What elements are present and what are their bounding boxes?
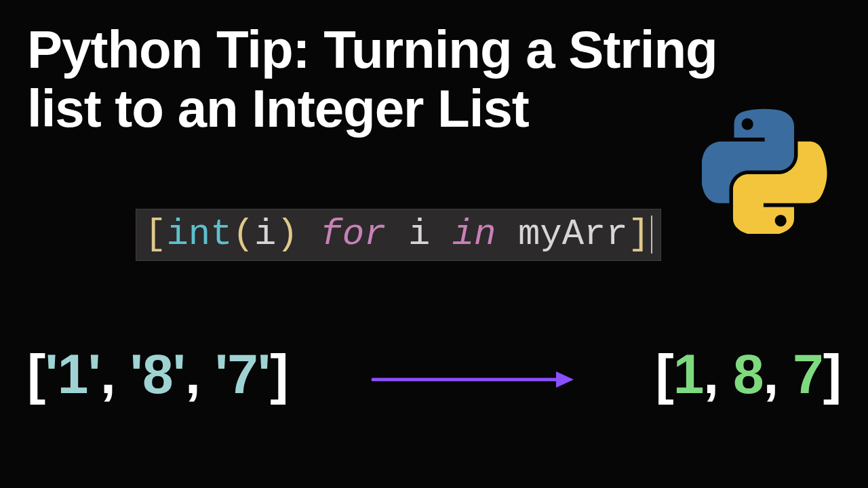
string-list: ['1', '8', '7'] <box>27 342 288 406</box>
code-ident-i: i <box>408 214 430 255</box>
int-value-1: 1 <box>673 343 704 405</box>
string-value-3: 7 <box>227 343 258 405</box>
code-close-bracket: ] <box>628 214 650 255</box>
string-value-1: 1 <box>58 343 88 405</box>
code-cursor <box>651 216 652 253</box>
transform-row: ['1', '8', '7'] [1, 8, 7] <box>27 342 841 406</box>
arrow-icon <box>350 342 594 406</box>
string-value-2: 8 <box>142 343 173 405</box>
code-arr: myArr <box>518 214 628 255</box>
code-kw-in: in <box>452 214 496 255</box>
code-rparen: ) <box>276 214 298 255</box>
code-arg-i: i <box>254 214 276 255</box>
code-kw-for: for <box>320 214 386 255</box>
code-fn-int: int <box>166 214 232 255</box>
code-open-bracket: [ <box>144 214 166 255</box>
svg-marker-1 <box>556 371 574 388</box>
int-value-2: 8 <box>733 343 764 405</box>
int-list: [1, 8, 7] <box>655 342 841 406</box>
python-logo-icon <box>702 108 827 237</box>
code-lparen: ( <box>233 214 254 255</box>
title-line-2: list to an Integer List <box>27 79 529 138</box>
int-value-3: 7 <box>793 343 823 405</box>
code-snippet: [int(i) for i in myArr] <box>136 209 661 261</box>
title-line-1: Python Tip: Turning a String <box>27 20 717 79</box>
title: Python Tip: Turning a String list to an … <box>27 20 717 139</box>
